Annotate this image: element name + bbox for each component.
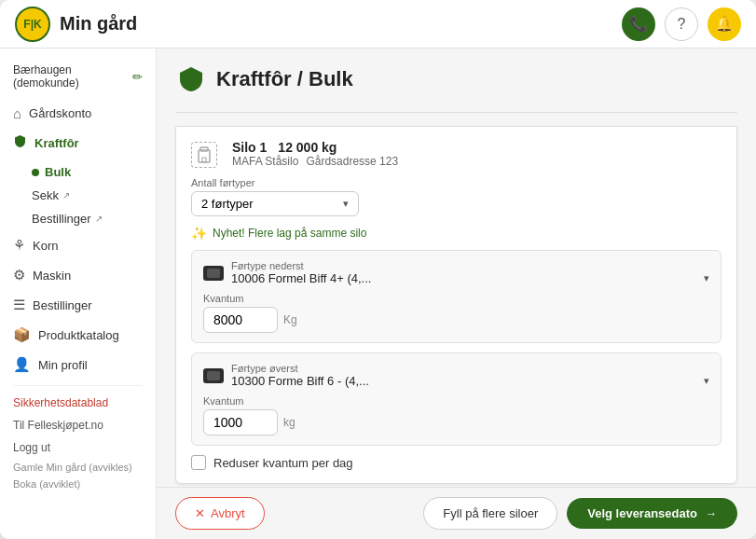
sidebar-label-gardskon: Gårdskonto (29, 106, 91, 120)
feed-bottom-qty-field: Kvantum Kg (203, 293, 297, 333)
sidebar-link-logg-ut[interactable]: Logg ut (0, 436, 156, 459)
reduce-qty-row: Reduser kvantum per dag (191, 455, 722, 470)
feed-top-icon (203, 368, 224, 383)
notice-text: Nyhet! Flere lag på samme silo (213, 227, 366, 240)
fortype-dropdown[interactable]: 2 førtyper ▾ (191, 191, 359, 216)
bestillinger-icon: ☰ (13, 297, 25, 313)
sparkle-icon: ✨ (191, 226, 207, 241)
sidebar-label-kraftfor: Kraftfôr (34, 136, 79, 150)
maskin-icon: ⚙ (13, 267, 25, 283)
ext-icon-sekk: ↗ (62, 190, 70, 200)
silo-icon (191, 142, 217, 168)
sidebar-item-bestillinger[interactable]: ☰ Bestillinger (0, 290, 156, 320)
home-icon: ⌂ (13, 105, 21, 121)
silo-details: Silo 1 12 000 kg MAFA Ståsilo Gårdsadres… (232, 140, 722, 168)
farm-name: Bærhaugen (demokunde) (13, 63, 127, 90)
sidebar-item-bestillinger-sub[interactable]: Bestillinger ↗ (32, 207, 156, 230)
sidebar-item-kraftfor[interactable]: Kraftfôr (0, 128, 156, 158)
sidebar-item-produktkatalog[interactable]: 📦 Produktkatalog (0, 320, 156, 350)
fortype-label: Antall førtyper (191, 177, 722, 188)
feed-bottom-qty-label: Kvantum (203, 293, 297, 304)
sidebar-label-produktkatalog: Produktkatalog (38, 328, 119, 342)
silo-weight: 12 000 kg (278, 140, 337, 155)
feed-top-qty: Kvantum kg (203, 395, 709, 435)
body: Bærhaugen (demokunde) ✏ ⌂ Gårdskonto Kra… (0, 48, 756, 539)
shield-icon (13, 134, 27, 151)
reduce-qty-label: Reduser kvantum per dag (213, 456, 353, 470)
feed-bottom-header: Førtype nederst 10006 Formel Biff 4+ (4,… (203, 260, 709, 285)
edit-icon[interactable]: ✏ (132, 70, 143, 84)
feed-top-qty-unit: kg (283, 416, 296, 429)
sidebar-item-minprofil[interactable]: 👤 Min profil (0, 350, 156, 380)
sidebar-item-maskin[interactable]: ⚙ Maskin (0, 260, 156, 290)
sidebar-item-sekk[interactable]: Sekk ↗ (32, 184, 156, 207)
bullet-icon (32, 169, 39, 176)
feed-bottom-info: Førtype nederst 10006 Formel Biff 4+ (4,… (231, 260, 709, 285)
feed-bottom-chevron[interactable]: ▾ (704, 272, 709, 284)
header-right: 📞 ? 🔔 (622, 7, 741, 41)
sidebar-item-gardskon[interactable]: ⌂ Gårdskonto (0, 99, 156, 128)
feed-bottom-qty-input[interactable] (203, 307, 278, 333)
sidebar-label-bestillinger-sub: Bestillinger (32, 212, 91, 226)
cancel-label: Avbryt (211, 506, 245, 520)
fill-silos-label: Fyll på flere siloer (443, 506, 538, 520)
svg-rect-0 (199, 150, 210, 162)
help-icon: ? (678, 16, 686, 33)
phone-button[interactable]: 📞 (622, 7, 655, 41)
feed-top-label: Førtype øverst (231, 363, 709, 374)
notice-row: ✨ Nyhet! Flere lag på samme silo (191, 226, 722, 241)
reduce-qty-checkbox[interactable] (191, 455, 206, 470)
feed-bottom-card: Førtype nederst 10006 Formel Biff 4+ (4,… (191, 250, 722, 343)
sidebar-link-gamle[interactable]: Gamle Min gård (avvikles) (0, 459, 156, 476)
sidebar-label-bestillinger: Bestillinger (33, 298, 92, 312)
next-label: Velg leveransedato (587, 506, 697, 520)
app-window: F|K Min gård 📞 ? 🔔 Bærhaugen (demokunde)… (0, 0, 756, 539)
feed-bottom-icon (203, 266, 224, 281)
sidebar-label-minprofil: Min profil (38, 358, 88, 372)
sidebar-item-korn[interactable]: ⚘ Korn (0, 230, 156, 260)
sidebar-link-boka[interactable]: Boka (avviklet) (0, 476, 156, 492)
phone-icon: 📞 (629, 15, 648, 33)
sidebar-divider (13, 385, 143, 386)
sidebar-item-bulk[interactable]: Bulk (32, 160, 156, 184)
sidebar-sub-kraftfor: Bulk Sekk ↗ Bestillinger ↗ (0, 158, 156, 230)
fortype-field: Antall førtyper 2 førtyper ▾ (191, 177, 722, 216)
header-left: F|K Min gård (15, 7, 137, 42)
feed-top-qty-input[interactable] (203, 409, 278, 435)
feed-top-info: Førtype øverst 10300 Forme Biff 6 - (4,.… (231, 363, 709, 388)
feed-bottom-name: 10006 Formel Biff 4+ (4,... (231, 271, 698, 285)
arrow-right-icon: → (705, 506, 717, 520)
korn-icon: ⚘ (13, 237, 25, 254)
sidebar-link-felleskjopet[interactable]: Til Felleskjøpet.no (0, 414, 156, 436)
sidebar-label-maskin: Maskin (33, 269, 71, 283)
feed-top-header: Førtype øverst 10300 Forme Biff 6 - (4,.… (203, 363, 709, 388)
cancel-button[interactable]: ✕ Avbryt (175, 497, 265, 530)
silo-name: Silo 1 (232, 140, 267, 155)
next-button[interactable]: Velg leveransedato → (567, 498, 737, 529)
feed-top-name: 10300 Forme Biff 6 - (4,... (231, 374, 698, 388)
ext-icon-bestillinger: ↗ (95, 214, 103, 224)
app-title: Min gård (60, 13, 137, 35)
silo-card: Silo 1 12 000 kg MAFA Ståsilo Gårdsadres… (175, 126, 737, 484)
main-inner: Kraftfôr / Bulk 1 2 3 (157, 48, 756, 487)
help-button[interactable]: ? (665, 7, 698, 41)
page-title: Kraftfôr / Bulk (216, 67, 353, 91)
logo: F|K (15, 7, 50, 42)
fill-silos-button[interactable]: Fyll på flere siloer (423, 497, 557, 530)
bell-button[interactable]: 🔔 (708, 7, 741, 41)
sidebar-link-sikkerhet[interactable]: Sikkerhetsdatablad (0, 392, 156, 414)
fortype-value: 2 førtyper (201, 197, 254, 211)
svg-rect-1 (200, 147, 208, 151)
feed-top-qty-field: Kvantum kg (203, 395, 296, 435)
silo-address: Gårdsadresse 123 (306, 155, 398, 168)
sidebar-label-sekk: Sekk (32, 188, 59, 202)
sidebar: Bærhaugen (demokunde) ✏ ⌂ Gårdskonto Kra… (0, 48, 157, 539)
profil-icon: 👤 (13, 356, 31, 373)
feed-top-chevron[interactable]: ▾ (704, 375, 709, 387)
feed-bottom-qty-unit: Kg (283, 313, 297, 326)
feed-top-qty-label: Kvantum (203, 395, 296, 407)
feed-top-card: Førtype øverst 10300 Forme Biff 6 - (4,.… (191, 352, 722, 446)
silo-type: MAFA Ståsilo (232, 155, 298, 168)
sidebar-label-bulk: Bulk (45, 165, 71, 179)
feed-bottom-label: Førtype nederst (231, 260, 709, 271)
